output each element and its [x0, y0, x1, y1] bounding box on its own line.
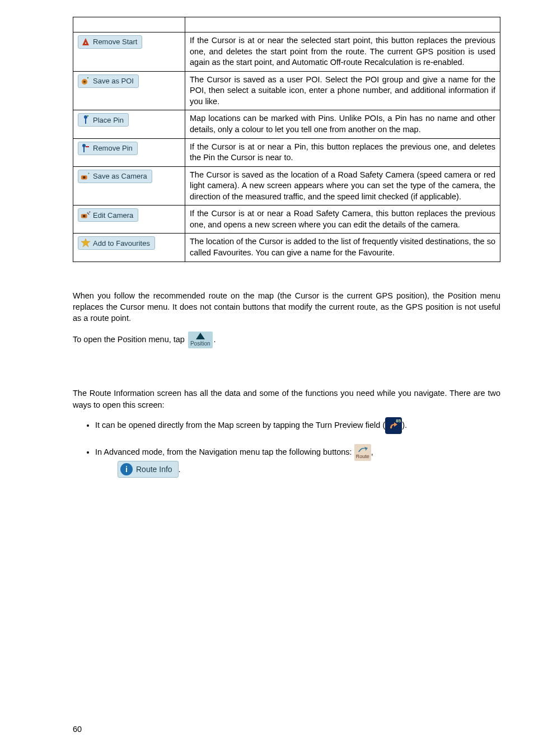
table-header-row [73, 17, 500, 32]
edit-camera-icon [81, 210, 91, 220]
turn-preview-field[interactable]: 85 [385, 417, 402, 434]
button-label: Save as POI [93, 76, 134, 86]
remove-start-icon [81, 37, 91, 47]
position-menu-description: When you follow the recommended route on… [73, 290, 500, 324]
svg-rect-0 [85, 43, 86, 44]
star-icon [81, 238, 91, 248]
row-description: If the Cursor is at or near a Road Safet… [185, 206, 500, 234]
save-as-camera-button[interactable]: Save as Camera [78, 170, 152, 183]
save-camera-icon [81, 171, 91, 181]
add-to-favourites-button[interactable]: Add to Favourites [78, 236, 155, 250]
row-description: If the Cursor is at or near a Pin, this … [185, 138, 500, 166]
row-description: The location of the Cursor is added to t… [185, 234, 500, 262]
route-icon-label: Route [356, 453, 369, 460]
svg-point-2 [83, 81, 86, 83]
save-poi-icon [81, 76, 91, 86]
remove-start-button[interactable]: Remove Start [78, 35, 142, 49]
route-info-button[interactable]: i Route Info [118, 461, 179, 478]
page-number: 60 [73, 725, 82, 734]
table-row: Remove Pin If the Cursor is at or near a… [73, 138, 500, 166]
turn-preview-distance: 85 [396, 418, 401, 424]
position-triangle-icon [196, 333, 205, 339]
place-pin-icon [81, 115, 91, 125]
position-button[interactable]: Position [188, 332, 213, 348]
route-info-description: The Route Information screen has all the… [73, 388, 500, 410]
route-info-label: Route Info [136, 464, 172, 475]
svg-point-11 [83, 215, 86, 218]
table-row: Add to Favourites The location of the Cu… [73, 234, 500, 262]
table-row: Save as POI The Cursor is saved as a use… [73, 71, 500, 110]
info-icon: i [120, 463, 133, 475]
svg-rect-4 [85, 118, 86, 124]
table-row: Remove Start If the Cursor is at or near… [73, 32, 500, 72]
row-description: The Cursor is saved as the location of a… [185, 166, 500, 206]
cursor-menu-table: Remove Start If the Cursor is at or near… [73, 17, 500, 262]
list-item: It can be opened directly from the Map s… [95, 417, 500, 434]
row-description: Map locations can be marked with Pins. U… [185, 110, 500, 138]
save-as-poi-button[interactable]: Save as POI [78, 74, 139, 88]
svg-rect-7 [86, 146, 89, 147]
row-description: If the Cursor is at or near the selected… [185, 32, 500, 72]
row-description: The Cursor is saved as a user POI. Selec… [185, 71, 500, 110]
svg-point-9 [83, 176, 86, 179]
route-arrow-icon [357, 445, 368, 453]
remove-pin-icon [81, 143, 91, 153]
place-pin-button[interactable]: Place Pin [78, 113, 129, 127]
button-label: Save as Camera [93, 171, 147, 181]
edit-camera-button[interactable]: Edit Camera [78, 208, 138, 222]
list-item: In Advanced mode, from the Navigation me… [95, 444, 500, 478]
position-menu-open-instruction: To open the Position menu, tap Position. [73, 332, 500, 348]
table-row: Save as Camera The Cursor is saved as th… [73, 166, 500, 206]
button-label: Remove Start [93, 37, 137, 47]
button-label: Edit Camera [93, 211, 133, 221]
button-label: Add to Favourites [93, 239, 150, 249]
route-info-open-methods: It can be opened directly from the Map s… [73, 417, 500, 478]
position-icon-label: Position [190, 340, 210, 348]
route-button[interactable]: Route [354, 444, 371, 461]
button-label: Remove Pin [93, 143, 133, 153]
remove-pin-button[interactable]: Remove Pin [78, 142, 138, 155]
button-label: Place Pin [93, 115, 124, 125]
table-row: Edit Camera If the Cursor is at or near … [73, 206, 500, 234]
svg-rect-6 [83, 147, 85, 152]
table-row: Place Pin Map locations can be marked wi… [73, 110, 500, 138]
